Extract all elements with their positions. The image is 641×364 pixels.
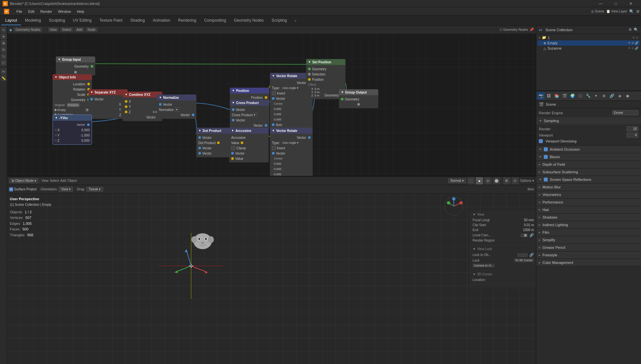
section-check-ambient_occlusion[interactable] [544, 147, 548, 151]
section-check-screen_space_reflections[interactable] [544, 178, 548, 182]
props-scene-icon[interactable]: 🎬 [561, 92, 568, 100]
props-physics-icon[interactable]: ⊕ [600, 92, 608, 100]
empty-link-icon[interactable]: 🔗 [635, 41, 638, 45]
tool-cursor[interactable]: ✛ [1, 33, 7, 39]
vp-overlay-btn[interactable]: ⊞ [503, 177, 510, 184]
section-header-ambient_occlusion[interactable]: ▼ Ambient Occlusion [536, 146, 641, 153]
surface-project-check[interactable]: ✓ [9, 187, 13, 191]
props-object-icon[interactable]: ⬡ [576, 92, 584, 100]
tab-uv-editing[interactable]: UV Editing [69, 16, 96, 25]
menu-edit[interactable]: Edit [26, 9, 37, 14]
tab-shading[interactable]: Shading [126, 16, 149, 25]
outliner-search-icon[interactable]: 🔍 [634, 28, 638, 32]
tab-rendering[interactable]: Rendering [174, 16, 200, 25]
tool-move[interactable]: ⊕ [1, 40, 7, 46]
lock-ob-field[interactable] [518, 253, 527, 257]
tool-transform[interactable]: ⬡ [1, 60, 7, 66]
select-menu[interactable]: Select [50, 179, 59, 182]
menu-render[interactable]: Render [38, 9, 55, 14]
add-menu[interactable]: Add [60, 179, 66, 182]
section-header-grease_pencil[interactable]: ▸ Grease Pencil [536, 244, 641, 251]
section-header-hair[interactable]: ▸ Hair [536, 206, 641, 213]
suz-settings-icon[interactable]: ⚙ [631, 47, 634, 50]
object-menu[interactable]: Object [67, 179, 77, 182]
local-cam-link[interactable]: 🔗 [529, 233, 534, 237]
props-constraints-icon[interactable]: 🔗 [608, 92, 616, 100]
node-group-input[interactable]: ▼ Group Input Geometry [56, 56, 95, 75]
close-button[interactable]: ✕ [623, 0, 638, 7]
visibility-icon[interactable]: 👁 [632, 36, 635, 39]
render-visibility-icon[interactable]: ⊕ [636, 36, 638, 39]
section-header-freestyle[interactable]: ▸ Freestyle [536, 251, 641, 259]
object-mode-dropdown[interactable]: ⊞ Object Mode ▾ [9, 178, 38, 183]
orientation-dropdown[interactable]: View ▾ [59, 187, 73, 192]
suz-link-icon[interactable]: 🔗 [635, 47, 638, 50]
section-check-bloom[interactable] [544, 155, 548, 159]
props-view-layer-icon[interactable]: 📚 [553, 92, 561, 100]
menu-blender[interactable]: B [1, 8, 13, 15]
viewport-gizmo[interactable]: X Y Z [444, 196, 464, 216]
tab-animation[interactable]: Animation [149, 16, 174, 25]
normal-overlay[interactable]: Normal ▾ [448, 178, 466, 183]
tool-select[interactable]: ↖ [1, 27, 7, 33]
menu-file[interactable]: File [14, 9, 25, 14]
viewport-num[interactable]: 4 [627, 133, 638, 138]
vp-denoising-check[interactable] [539, 139, 543, 143]
collection-row-suzanne[interactable]: △ Suzanne 👁 ⚙ 🔗 [538, 46, 640, 51]
search-icon[interactable]: 🔍 [629, 9, 634, 14]
node-canvas[interactable]: ▼ Group Input Geometry [7, 34, 536, 176]
section-header-subsurface_scattering[interactable]: ▸ Subsurface Scattering [536, 168, 641, 176]
props-modifier-icon[interactable]: 🔧 [584, 92, 592, 100]
view-menu[interactable]: View [41, 179, 49, 182]
sampling-header[interactable]: ▼ Sampling [536, 117, 641, 124]
props-material-icon[interactable]: ◉ [624, 92, 631, 100]
section-header-motion_blur[interactable]: ▸ Motion Blur [536, 183, 641, 191]
section-header-indirect_lighting[interactable]: ▸ Indirect Lighting [536, 221, 641, 228]
node-pin-icon[interactable]: 📌 [529, 28, 534, 32]
options-label[interactable]: Options ▾ [520, 179, 534, 182]
node-header-view[interactable]: View [48, 27, 59, 32]
node-position[interactable]: ▼ Position Position [230, 88, 269, 101]
vp-shading-material[interactable]: ◎ [484, 177, 492, 184]
section-header-film[interactable]: ▸ Film [536, 229, 641, 236]
tab-geometry-nodes[interactable]: Geometry Nodes [230, 16, 268, 25]
node-vector-rotate-2[interactable]: ▼ Vector Rotate Vector Type: Axis Angle … [270, 128, 313, 177]
item-tab[interactable]: Item [528, 187, 534, 191]
tab-sculpting[interactable]: Sculpting [45, 16, 69, 25]
vp-gizmo-btn[interactable]: ⊙ [512, 177, 519, 184]
node-neg-yvec[interactable]: ▼ -YVec Vector X 0.000 [53, 115, 92, 145]
section-header-color_management[interactable]: ▸ Color Management [536, 259, 641, 266]
section-header-simplify[interactable]: ▸ Simplify [536, 236, 641, 244]
node-separate-xyz[interactable]: ▼ Separate XYZ Vector X Y [88, 89, 128, 119]
props-data-icon[interactable]: ◈ [616, 92, 624, 100]
camera-to-view-btn[interactable]: Camera to Vi... [473, 264, 495, 268]
section-header-screen_space_reflections[interactable]: ▼ Screen Space Reflections [536, 176, 641, 183]
tool-scale[interactable]: ⤡ [1, 53, 7, 59]
tab-modeling[interactable]: Modeling [21, 16, 45, 25]
render-num[interactable]: 16 [627, 126, 638, 131]
props-output-icon[interactable]: 🖼 [545, 92, 553, 100]
node-header-node[interactable]: Node [86, 27, 98, 32]
tool-annotate[interactable]: ✏ [1, 69, 7, 75]
collection-row-empty[interactable]: ⊕ Empty 👁 ⚙ 🔗 [538, 40, 640, 46]
node-arccosine[interactable]: ▼ Arccosine Arccosine Value C [229, 128, 269, 162]
node-group-output[interactable]: ▼ Group Output Geometry [339, 89, 378, 108]
node-header-select[interactable]: Select [60, 27, 73, 32]
tool-measure[interactable]: 📏 [1, 75, 7, 81]
window-controls[interactable]: — □ ✕ [593, 0, 638, 7]
tab-layout[interactable]: Layout [1, 16, 21, 25]
viewport-canvas[interactable]: User Perspective (1) Scene Collection | … [7, 194, 536, 364]
node-cross-product[interactable]: ▼ Cross Product Vector Cross Product ▾ [230, 100, 269, 129]
node-normalize[interactable]: ▼ Normalize Vector Normalize ▾ [157, 95, 196, 119]
maximize-button[interactable]: □ [608, 0, 623, 7]
node-combine-xyz[interactable]: ▼ Combine XYZ X Y [123, 92, 162, 121]
empty-settings-icon[interactable]: ⚙ [631, 41, 634, 45]
menu-help[interactable]: Help [74, 9, 87, 14]
render-engine-dropdown[interactable]: Eevee [612, 110, 638, 115]
drag-dropdown[interactable]: Tweak ▾ [86, 187, 103, 192]
section-header-depth_of_field[interactable]: ▸ Depth of Field [536, 161, 641, 168]
tool-rotate[interactable]: ↻ [1, 47, 7, 53]
add-workspace-button[interactable]: + [291, 16, 300, 25]
minimize-button[interactable]: — [593, 0, 608, 7]
vp-shading-wire[interactable]: ⬚ [467, 177, 475, 184]
